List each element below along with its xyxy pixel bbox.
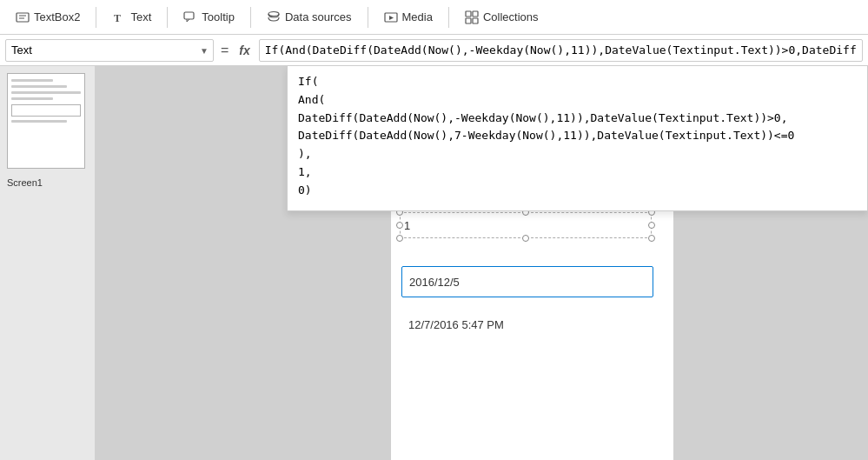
- formula-line-7: 0): [298, 182, 857, 200]
- handle-bottom-right[interactable]: [648, 235, 655, 242]
- svg-text:T: T: [114, 12, 121, 24]
- handle-bottom-middle[interactable]: [522, 235, 529, 242]
- toolbar-divider-3: [250, 7, 251, 28]
- handle-middle-right[interactable]: [648, 222, 655, 229]
- date-input-wrapper: 2016/12/5: [401, 266, 653, 297]
- formula-line-1: If(: [298, 73, 857, 91]
- svg-rect-7: [466, 11, 471, 17]
- handle-middle-left[interactable]: [396, 222, 403, 229]
- date-input-box[interactable]: 2016/12/5: [401, 266, 653, 297]
- text-icon: T: [112, 10, 126, 24]
- thumb-box: [11, 104, 81, 117]
- thumb-line-1: [11, 79, 53, 82]
- toolbar-item-text[interactable]: T Text: [103, 7, 160, 28]
- media-icon: [384, 10, 398, 24]
- equals-sign: =: [219, 43, 230, 58]
- property-select-wrapper[interactable]: Text ▼: [5, 39, 214, 62]
- toolbar-collections-label: Collections: [483, 10, 539, 23]
- toolbar-divider-2: [167, 7, 168, 28]
- tooltip-icon: [183, 10, 197, 24]
- toolbar-divider-5: [448, 7, 449, 28]
- svg-rect-4: [184, 12, 194, 19]
- toolbar-textbox2-label: TextBox2: [34, 10, 80, 23]
- thumb-line-3: [11, 91, 81, 94]
- thumb-line-2: [11, 85, 67, 88]
- toolbar-item-tooltip[interactable]: Tooltip: [175, 7, 243, 28]
- toolbar-divider-1: [96, 7, 96, 28]
- svg-rect-9: [466, 18, 471, 23]
- formula-line-2: And(: [298, 91, 857, 110]
- toolbar-media-label: Media: [402, 10, 433, 23]
- property-select[interactable]: Text: [5, 39, 214, 62]
- svg-rect-8: [473, 11, 478, 17]
- toolbar-item-textbox2[interactable]: TextBox2: [7, 7, 89, 28]
- formula-line-6: 1,: [298, 163, 857, 182]
- thumb-line-5: [11, 120, 67, 123]
- selected-element-wrapper[interactable]: 1: [400, 212, 665, 238]
- formula-line-5: ),: [298, 145, 857, 163]
- svg-rect-0: [17, 13, 29, 22]
- toolbar-text-label: Text: [130, 10, 151, 23]
- datetime-display: 12/7/2016 5:47 PM: [408, 318, 504, 331]
- handle-bottom-left[interactable]: [396, 235, 403, 242]
- toolbar-item-datasources[interactable]: Data sources: [258, 7, 361, 28]
- svg-point-5: [268, 11, 279, 16]
- toolbar-item-media[interactable]: Media: [375, 7, 441, 28]
- fx-icon: fx: [235, 43, 253, 57]
- selection-box[interactable]: 1: [400, 212, 652, 238]
- toolbar-divider-4: [368, 7, 368, 28]
- toolbar-item-collections[interactable]: Collections: [456, 7, 547, 28]
- sidebar: Screen1: [0, 66, 96, 460]
- datasources-icon: [267, 10, 281, 24]
- toolbar-datasources-label: Data sources: [285, 10, 352, 23]
- formula-dropdown: If( And( DateDiff(DateAdd(Now(),-Weekday…: [287, 66, 868, 211]
- textbox-icon: [16, 10, 30, 24]
- toolbar-tooltip-label: Tooltip: [202, 10, 235, 23]
- formula-input[interactable]: [259, 39, 863, 62]
- formula-line-3: DateDiff(DateAdd(Now(),-Weekday(Now(),11…: [298, 110, 857, 128]
- formula-bar: Text ▼ = fx: [0, 35, 868, 66]
- svg-rect-10: [473, 18, 478, 23]
- collections-icon: [465, 10, 479, 24]
- selected-textbox-value: 1: [404, 219, 410, 232]
- thumb-line-4: [11, 97, 53, 100]
- date-input-value: 2016/12/5: [409, 276, 460, 289]
- screen1-label: Screen1: [7, 177, 88, 188]
- toolbar: TextBox2 T Text Tooltip Data sources Med…: [0, 0, 868, 35]
- screen1-thumbnail[interactable]: [7, 73, 85, 169]
- formula-line-4: DateDiff(DateAdd(Now(),7-Weekday(Now(),1…: [298, 127, 857, 145]
